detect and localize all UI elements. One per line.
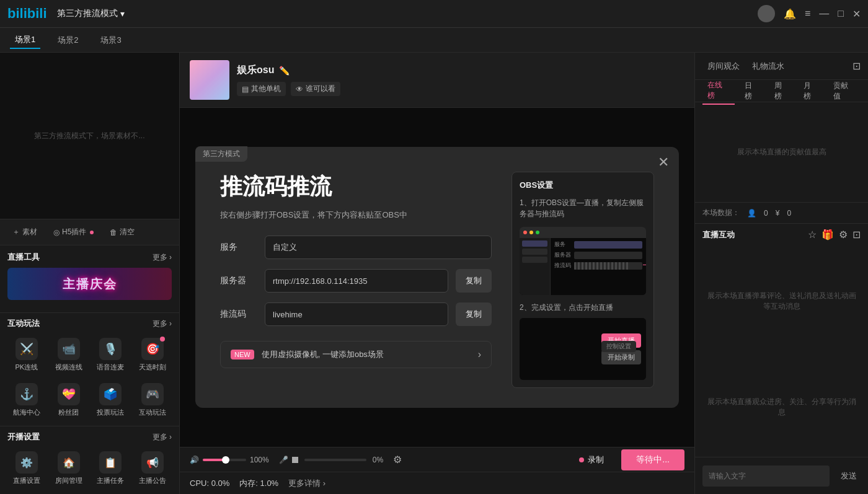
fans-item[interactable]: 💝 粉丝团 — [50, 379, 88, 421]
maximize-icon[interactable]: □ — [838, 8, 844, 19]
fans-icon-small: 👤 — [747, 209, 756, 218]
streamkey-copy-btn[interactable]: 复制 — [456, 302, 492, 326]
scene-tab-2[interactable]: 场景2 — [53, 32, 83, 48]
clear-btn[interactable]: 🗑 清空 — [105, 224, 140, 240]
lucky-icon: 🎯 — [141, 338, 164, 360]
rank-tab-contrib[interactable]: 贡献值 — [828, 78, 861, 104]
new-badge: NEW — [231, 350, 254, 359]
vote-label: 投票玩法 — [97, 408, 124, 417]
rank-tab-week[interactable]: 周榜 — [769, 78, 794, 104]
announcement-item[interactable]: 📢 主播公告 — [133, 448, 172, 489]
room-mgmt-item[interactable]: 🏠 房间管理 — [50, 448, 88, 489]
star-icon[interactable]: ☆ — [808, 229, 817, 240]
fullscreen-icon[interactable]: ⊡ — [852, 60, 861, 72]
audience-tab-room[interactable]: 房间观众 — [702, 56, 745, 77]
live-settings-item[interactable]: ⚙️ 直播设置 — [7, 448, 46, 489]
vote-item[interactable]: 🗳️ 投票玩法 — [92, 379, 130, 421]
audience-tab-gifts[interactable]: 礼物流水 — [747, 56, 789, 77]
edit-icon[interactable]: ✏️ — [279, 66, 290, 76]
stream-tag-1[interactable]: ▤ 其他单机 — [237, 82, 286, 96]
stream-tag-2[interactable]: 👁 谁可以看 — [291, 82, 340, 96]
obs-arrow-icon: → — [640, 255, 646, 273]
start-waiting-button[interactable]: 等待中... — [621, 449, 684, 470]
server-input[interactable] — [265, 269, 448, 293]
tools-title: 直播工具 — [7, 252, 40, 263]
record-button[interactable]: 录制 — [572, 452, 611, 468]
coins-count: 0 — [787, 209, 791, 218]
obs-record-btn[interactable]: 开始录制 — [601, 350, 641, 364]
obs-dot-red — [523, 231, 527, 234]
menu-icon[interactable]: ≡ — [805, 8, 810, 19]
open-settings-title: 开播设置 — [7, 431, 40, 443]
preview-actions: ＋ 素材 ◎ H5插件 🗑 清空 — [0, 219, 179, 245]
obs-control-bar: 控制设置 — [601, 341, 636, 352]
lucky-badge — [160, 337, 165, 342]
more-details-btn[interactable]: 更多详情 › — [288, 478, 326, 489]
obs-panel: OBS设置 1、打开OBS设置—直播，复制左侧服务器与推流码 — [512, 172, 654, 388]
add-material-btn[interactable]: ＋ 素材 — [7, 224, 42, 240]
tools-more-btn[interactable]: 更多 › — [153, 252, 172, 263]
service-row: 服务 — [220, 236, 492, 259]
server-copy-btn[interactable]: 复制 — [456, 269, 492, 293]
obs-dot-yellow — [529, 231, 533, 234]
h5-plugin-label: H5插件 — [62, 227, 86, 237]
obs-form-row-1: 服务 — [554, 240, 642, 249]
scene-tab-1[interactable]: 场景1 — [10, 32, 40, 49]
open-settings-section: 开播设置 更多 › ⚙️ 直播设置 🏠 房间管理 📋 主播任务 📢 — [0, 426, 179, 494]
notification-icon[interactable]: 🔔 — [784, 8, 796, 20]
navigation-item[interactable]: ⚓ 航海中心 — [7, 379, 46, 421]
lucky-item[interactable]: 🎯 天选时刻 — [133, 334, 172, 376]
modal-close-button[interactable]: ✕ — [658, 154, 669, 170]
tool-banner[interactable]: 主播庆会 — [7, 268, 172, 300]
scene-tab-3[interactable]: 场景3 — [95, 32, 126, 48]
stream-name: 娱乐osu — [237, 64, 274, 77]
game-item[interactable]: 🎮 互动玩法 — [133, 379, 172, 421]
streamer-task-item[interactable]: 📋 主播任务 — [92, 448, 130, 489]
volume-slider[interactable] — [203, 459, 246, 461]
video-icon: 📹 — [58, 338, 80, 360]
pk-icon: ⚔️ — [16, 338, 38, 360]
mic-pct: 0% — [373, 456, 383, 464]
rank-tabs: 在线榜 日榜 周榜 月榜 贡献值 — [695, 80, 868, 102]
modal-overlay: 第三方模式 ✕ 推流码推流 按右侧步骤打开OBS设置，将下方内容粘贴至OBS中 … — [180, 108, 694, 447]
voice-item[interactable]: 🎙️ 语音连麦 — [92, 334, 130, 376]
minimize-icon[interactable]: — — [819, 8, 829, 19]
rank-tab-online[interactable]: 在线榜 — [702, 77, 735, 105]
trash-icon: 🗑 — [110, 228, 117, 237]
chat-input[interactable] — [702, 465, 830, 487]
gift-icon[interactable]: 🎁 — [822, 229, 834, 240]
rank-tab-day[interactable]: 日榜 — [740, 78, 764, 104]
config-icon[interactable]: ⚙ — [839, 229, 848, 240]
open-settings-header: 开播设置 更多 › — [7, 431, 172, 443]
interact-more-btn[interactable]: 更多 › — [153, 319, 172, 329]
settings-icon-bar[interactable]: ⚙ — [393, 454, 402, 465]
audience-content: 在线榜 日榜 周榜 月榜 贡献值 展示本场直播的贡献值最高 本场数据： 👤 0 … — [695, 80, 868, 457]
volume-thumb — [222, 456, 229, 464]
service-input[interactable] — [265, 236, 492, 259]
live-interact-body: 展示本场直播弹幕评论、送礼消息及送礼动画等互动消息 — [695, 245, 868, 357]
streamer-task-icon: 📋 — [99, 451, 122, 474]
room-mgmt-icon: 🏠 — [58, 451, 80, 474]
expand-icon[interactable]: ⊡ — [852, 229, 861, 240]
close-icon[interactable]: ✕ — [852, 8, 861, 20]
status-bar: 🔊 100% 🎤 0% ⚙ 录制 等待中... — [180, 447, 694, 472]
h5-plugin-btn[interactable]: ◎ H5插件 — [48, 224, 99, 240]
speaker-icon[interactable]: 🔊 — [190, 456, 199, 464]
stream-title-row: 娱乐osu ✏️ — [237, 64, 684, 77]
obs-form-label-service: 服务 — [554, 240, 572, 249]
video-item[interactable]: 📹 视频连线 — [50, 334, 88, 376]
streamkey-label: 推流码 — [220, 309, 257, 320]
rank-tab-month[interactable]: 月榜 — [799, 78, 823, 104]
scenes-bar: 场景1 场景2 场景3 — [0, 28, 868, 53]
streamkey-input[interactable] — [265, 302, 448, 326]
modal-new-banner[interactable]: NEW 使用虚拟摄像机, 一键添加obs场景 › — [220, 341, 492, 368]
video-label: 视频连线 — [55, 363, 82, 372]
mic-bar[interactable] — [304, 459, 366, 461]
mic-icon[interactable]: 🎤 — [279, 456, 288, 464]
modal-body: 推流码推流 按右侧步骤打开OBS设置，将下方内容粘贴至OBS中 服务 服务器 复… — [220, 172, 654, 388]
mode-title[interactable]: 第三方推流模式 ▾ — [57, 8, 125, 19]
announcement-label: 主播公告 — [139, 476, 166, 485]
send-button[interactable]: 发送 — [835, 467, 863, 485]
open-settings-more-btn[interactable]: 更多 › — [153, 432, 172, 443]
pk-item[interactable]: ⚔️ PK连线 — [7, 334, 46, 376]
